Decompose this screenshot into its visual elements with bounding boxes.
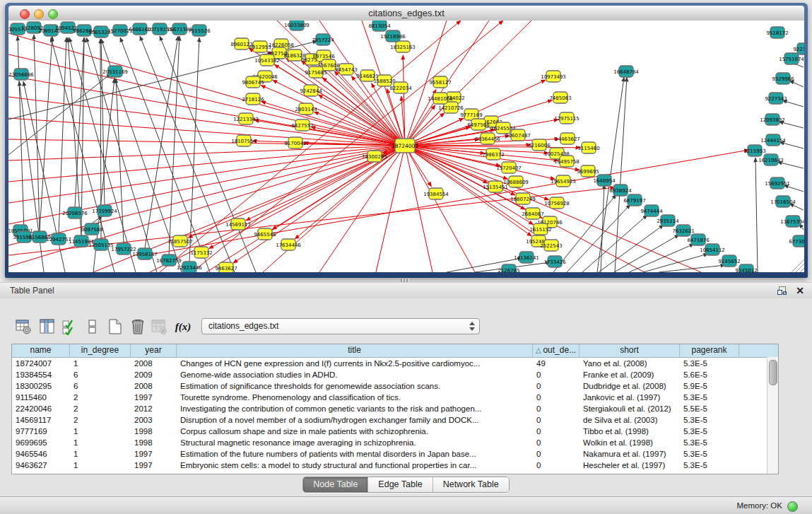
cell-title[interactable]: Genome-wide association studies in ADHD. (177, 369, 533, 380)
cell-short[interactable]: Jankovic et al. (1997) (579, 392, 680, 403)
cell-year[interactable]: 2012 (131, 403, 177, 414)
graph-node[interactable]: 8813054 (368, 21, 391, 31)
graph-node[interactable]: 8938924 (609, 185, 632, 196)
cell-out_degree[interactable]: 49 (533, 358, 579, 369)
graph-node[interactable]: 18107554 (231, 135, 257, 146)
graph-node[interactable]: 17016504 (770, 196, 796, 207)
network-view-window[interactable]: citations_edges.txt 89601238912955182260… (5, 3, 808, 278)
graph-node[interactable]: 15692951 (765, 177, 790, 189)
cell-year[interactable]: 2008 (131, 380, 177, 392)
tab-node-table[interactable]: Node Table (303, 477, 368, 492)
column-header-out_degree[interactable]: △ out_de... (533, 344, 579, 357)
cell-year[interactable]: 1998 (131, 426, 177, 437)
cell-pagerank[interactable]: 5.3E-5 (680, 437, 739, 448)
graph-node[interactable]: 6773025 (789, 235, 804, 247)
network-canvas[interactable]: 8960123891295518226058982750310543382818… (8, 21, 804, 272)
cell-in_degree[interactable]: 1 (70, 448, 131, 460)
cell-short[interactable]: Tibbo et al. (1998) (579, 426, 680, 437)
graph-node[interactable]: 12093832 (760, 114, 785, 125)
column-header-year[interactable]: year (131, 344, 177, 357)
graph-node[interactable]: 19654923 (551, 175, 576, 187)
window-titlebar[interactable]: citations_edges.txt (8, 6, 804, 21)
cell-short[interactable]: Nakamura et al. (1997) (579, 448, 680, 460)
graph-node[interactable]: 9463627 (215, 262, 237, 272)
cell-pagerank[interactable]: 5.9E-5 (680, 380, 739, 392)
cell-in_degree[interactable]: 1 (70, 426, 131, 437)
cell-in_degree[interactable]: 6 (70, 369, 131, 380)
table-row[interactable]: 969969511998Structural magnetic resonanc… (12, 437, 778, 448)
graph-node[interactable]: 9329966 (772, 73, 794, 84)
cell-short[interactable]: Stergiakouli et al. (2012) (579, 403, 680, 414)
cell-in_degree[interactable]: 6 (70, 380, 131, 392)
cell-pagerank[interactable]: 5.5E-5 (680, 403, 739, 414)
graph-node[interactable]: 19384554 (423, 188, 449, 199)
canvas-resize-grip-icon[interactable] (792, 259, 804, 272)
graph-node[interactable]: 7857224 (312, 34, 334, 45)
show-columns-button[interactable] (38, 317, 57, 336)
graph-node[interactable]: 16033809 (284, 21, 310, 30)
cell-in_degree[interactable]: 1 (70, 460, 131, 471)
close-panel-icon[interactable]: ✕ (794, 284, 806, 297)
table-row[interactable]: 946554611997Estimation of the future num… (12, 448, 778, 460)
cell-short[interactable]: Franke et al. (2009) (579, 369, 680, 380)
cell-name[interactable]: 9699695 (12, 437, 70, 448)
cell-title[interactable]: Structural magnetic resonance image aver… (177, 437, 533, 448)
graph-node[interactable]: 2935114 (657, 215, 679, 226)
cell-out_degree[interactable]: 0 (533, 426, 579, 437)
cell-title[interactable]: Estimation of the future numbers of pati… (177, 448, 533, 460)
graph-node[interactable]: 20531169 (102, 66, 128, 77)
table-row[interactable]: 1938455462009Genome-wide association stu… (12, 369, 778, 380)
cell-out_degree[interactable]: 0 (533, 448, 579, 460)
column-header-title[interactable]: title (177, 344, 533, 357)
cell-in_degree[interactable]: 2 (70, 392, 131, 403)
cell-year[interactable]: 1997 (131, 460, 177, 471)
cell-year[interactable]: 1998 (131, 437, 177, 448)
tab-network-table[interactable]: Network Table (433, 477, 509, 492)
select-all-rows-button[interactable] (60, 317, 78, 336)
unselect-all-rows-button[interactable] (83, 317, 102, 336)
cell-in_degree[interactable]: 1 (70, 358, 131, 369)
cell-out_degree[interactable]: 0 (533, 460, 579, 471)
table-row[interactable]: 1456911722003Disruption of a novel membe… (12, 414, 778, 426)
graph-node[interactable]: 18724007 (392, 139, 418, 153)
cell-name[interactable]: 9463627 (12, 460, 70, 471)
cell-pagerank[interactable]: 5.6E-5 (680, 369, 739, 380)
cell-short[interactable]: Yano et al. (2008) (579, 358, 680, 369)
table-vertical-scrollbar[interactable] (767, 357, 778, 474)
cell-pagerank[interactable]: 5.3E-5 (680, 414, 739, 426)
table-row[interactable]: 2242004622012Investigating the contribut… (12, 403, 778, 414)
cell-year[interactable]: 2003 (131, 414, 177, 426)
cell-title[interactable]: Embryonic stem cells: a model to study s… (177, 460, 533, 471)
cell-pagerank[interactable]: 5.3E-5 (680, 460, 739, 471)
column-header-short[interactable]: short (579, 344, 680, 357)
cell-name[interactable]: 18300295 (12, 380, 70, 392)
graph-node[interactable]: 23056686 (8, 69, 34, 80)
table-row[interactable]: 977716911998Corpus callosum shape and si… (12, 426, 778, 437)
cell-title[interactable]: Estimation of significance thresholds fo… (177, 380, 533, 392)
cell-in_degree[interactable]: 2 (70, 414, 131, 426)
column-header-in_degree[interactable]: in_degree (70, 344, 131, 357)
tab-edge-table[interactable]: Edge Table (368, 477, 433, 492)
graph-node[interactable]: 8215953 (743, 145, 765, 156)
cell-title[interactable]: Changes of HCN gene expression and I(f) … (177, 358, 533, 369)
graph-node[interactable]: 17634446 (276, 239, 301, 250)
cell-in_degree[interactable]: 1 (70, 437, 131, 448)
cell-name[interactable]: 9465546 (12, 448, 70, 460)
cell-short[interactable]: Wolkin et al. (1998) (579, 437, 680, 448)
graph-node[interactable]: 9115460 (577, 142, 599, 153)
cell-pagerank[interactable]: 5.3E-5 (680, 392, 739, 403)
cell-short[interactable]: Hescheler et al. (1997) (579, 460, 680, 471)
graph-node[interactable]: 1733426 (543, 256, 566, 267)
graph-node[interactable]: 7986372 (482, 148, 504, 160)
graph-node[interactable]: 6216006 (528, 139, 551, 151)
cell-name[interactable]: 19384554 (12, 369, 70, 380)
cell-pagerank[interactable]: 5.3E-5 (680, 448, 739, 460)
graph-node[interactable]: 19218986 (380, 30, 406, 42)
cell-title[interactable]: Investigating the contribution of common… (177, 403, 533, 414)
cell-out_degree[interactable]: 0 (533, 403, 579, 414)
graph-node[interactable]: 12213343 (233, 113, 259, 124)
graph-node[interactable]: 9227343 (765, 93, 787, 104)
cell-year[interactable]: 1997 (131, 448, 177, 460)
cell-short[interactable]: Dudbridge et al. (2008) (579, 380, 680, 392)
cell-name[interactable]: 9115460 (12, 392, 70, 403)
